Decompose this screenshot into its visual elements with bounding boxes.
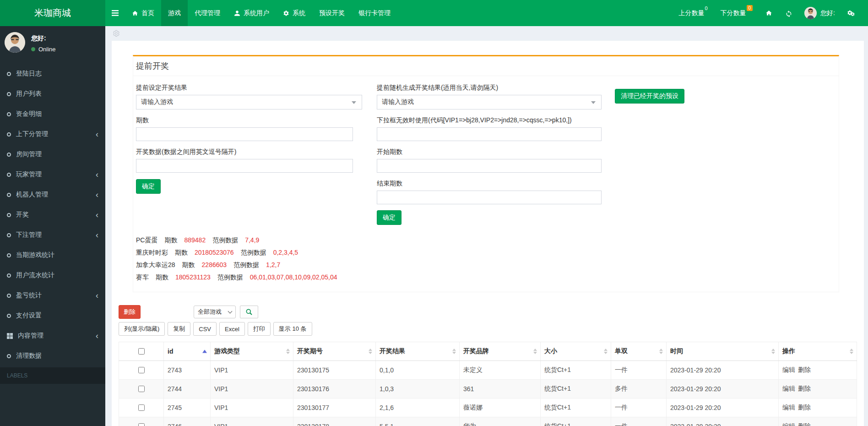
example-sample-value: 06,01,03,07,08,10,09,02,05,04 [250, 271, 337, 284]
edit-link[interactable]: 编辑 [782, 422, 795, 426]
column-header[interactable]: 开奖品牌 [460, 342, 541, 361]
home-shortcut-button[interactable] [759, 0, 779, 26]
nav-item-preset-draw[interactable]: 预设开奖 [312, 0, 352, 26]
sidebar-item-label: 资金明细 [16, 110, 42, 118]
edit-link[interactable]: 编辑 [782, 366, 795, 373]
sidebar-item[interactable]: 开奖 ‹ [0, 205, 105, 225]
nav-item-bank-cards[interactable]: 银行卡管理 [352, 0, 397, 26]
avatar [5, 32, 25, 53]
random-game-select[interactable]: 请输入游戏 [377, 95, 602, 109]
nav-item-agents[interactable]: 代理管理 [188, 0, 227, 26]
nav-menu: 首页 游戏 代理管理 系统用户 系统 预设开奖 银行卡管理 [125, 0, 397, 26]
circle-icon [7, 213, 11, 217]
export-button[interactable]: 列(显示/隐藏) [119, 322, 165, 336]
delete-link[interactable]: 删除 [798, 404, 811, 411]
export-button[interactable]: 显示 10 条 [273, 322, 312, 336]
column-header[interactable]: 大小 [541, 342, 611, 361]
nav-item-games[interactable]: 游戏 [161, 0, 188, 26]
example-issue-value: 20180523076 [195, 246, 234, 259]
draw-data-input[interactable] [136, 159, 353, 173]
export-button[interactable]: 复制 [168, 322, 190, 336]
cell-actions: 编辑删除 [779, 380, 857, 399]
circle-icon [7, 314, 11, 318]
sidebar-item[interactable]: 机器人管理 ‹ [0, 185, 105, 205]
end-issue-input[interactable] [377, 191, 602, 204]
edit-link[interactable]: 编辑 [782, 404, 795, 411]
cell-issue: 230130175 [293, 361, 376, 380]
circle-icon [7, 273, 11, 278]
nav-item-home[interactable]: 首页 [125, 0, 161, 26]
row-checkbox[interactable] [138, 423, 145, 426]
export-button[interactable]: 打印 [248, 322, 271, 336]
start-issue-input[interactable] [377, 159, 602, 173]
delete-link[interactable]: 删除 [798, 422, 811, 426]
nav-item-system-users[interactable]: 系统用户 [227, 0, 276, 26]
sidebar-item[interactable]: 用户列表 [0, 84, 105, 104]
cell-id: 2746 [164, 417, 211, 426]
edit-link[interactable]: 编辑 [782, 385, 795, 392]
chevron-left-icon: ‹ [96, 213, 98, 217]
results-table: id 游戏类型 [119, 342, 857, 426]
sidebar-item[interactable]: 玩家管理 ‹ [0, 164, 105, 185]
row-checkbox[interactable] [138, 386, 145, 392]
row-checkbox[interactable] [138, 367, 145, 373]
sidebar-item-label: 玩家管理 [16, 170, 42, 179]
clear-presets-button[interactable]: 清理已经开奖的预设 [615, 89, 684, 104]
column-header-label: 开奖结果 [380, 347, 405, 355]
example-line: 重庆时时彩 期数 20180523076 范例数据 0,2,3,4,5 [136, 246, 836, 259]
issue-input[interactable] [136, 127, 353, 141]
search-button[interactable] [240, 306, 258, 318]
sidebar-menu: 登陆日志 用户列表 资金明细 [0, 64, 105, 366]
column-header[interactable]: 单双 [611, 342, 667, 361]
sidebar-item[interactable]: 当期游戏统计 [0, 245, 105, 265]
sidebar-item[interactable]: 盈亏统计 ‹ [0, 285, 105, 306]
sidebar-item[interactable]: 内容管理 ‹ [0, 326, 105, 346]
grid-icon [7, 333, 13, 339]
sidebar-item[interactable]: 清理数据 [0, 346, 105, 366]
column-header[interactable]: 时间 [667, 342, 779, 361]
cell-size: 统货Ct+1 [541, 361, 611, 380]
brand-logo[interactable]: 米珈商城 [0, 0, 105, 26]
export-button[interactable]: CSV [193, 322, 217, 336]
column-header[interactable]: 操作 [779, 342, 857, 361]
sidebar-item[interactable]: 房间管理 [0, 144, 105, 164]
delete-link[interactable]: 删除 [798, 385, 811, 392]
export-button[interactable]: Excel [219, 322, 245, 336]
sidebar-item[interactable]: 资金明细 [0, 104, 105, 124]
sidebar-item-label: 清理数据 [16, 352, 42, 360]
sidebar-item[interactable]: 下注管理 ‹ [0, 225, 105, 245]
sidebar-item[interactable]: 登陆日志 [0, 64, 105, 84]
sidebar-item[interactable]: 用户流水统计 [0, 265, 105, 285]
refresh-button[interactable] [779, 0, 799, 26]
column-header[interactable]: 开奖期号 [293, 342, 376, 361]
cell-time: 2023-01-29 20:20 [667, 361, 779, 380]
gear-outline-icon [113, 30, 120, 37]
example-sample-label: 范例数据 [241, 246, 266, 259]
sidebar-item-label: 开奖 [16, 211, 29, 219]
sidebar-item[interactable]: 支付设置 [0, 306, 105, 326]
game-select[interactable]: 请输入游戏 [136, 95, 362, 109]
down-score-button[interactable]: 下分数量 0 [714, 0, 760, 26]
up-score-button[interactable]: 上分数量 0 [672, 0, 714, 26]
confirm-right-button[interactable]: 确定 [377, 210, 401, 225]
nav-item-system[interactable]: 系统 [276, 0, 312, 26]
settings-button[interactable] [841, 0, 862, 26]
game-filter-select[interactable]: 全部游戏 [194, 306, 236, 318]
sort-both-icon [533, 349, 537, 354]
column-header[interactable]: 游戏类型 [211, 342, 293, 361]
column-header[interactable]: 开奖结果 [376, 342, 460, 361]
row-checkbox[interactable] [138, 404, 145, 411]
example-issue-label: 期数 [164, 234, 177, 246]
sidebar-item[interactable]: 上下分管理 ‹ [0, 124, 105, 144]
sidebar-toggle-button[interactable] [105, 0, 125, 26]
confirm-left-button[interactable]: 确定 [136, 179, 161, 194]
column-header[interactable]: id [164, 342, 211, 361]
fallback-code-input[interactable] [377, 127, 602, 141]
cell-issue: 230130177 [293, 399, 376, 417]
sidebar-item-label: 登陆日志 [16, 70, 42, 78]
user-menu-button[interactable]: 您好: [799, 0, 841, 26]
delete-selected-button[interactable]: 删除 [119, 305, 141, 319]
delete-link[interactable]: 删除 [798, 366, 811, 373]
select-all-checkbox[interactable] [138, 348, 145, 355]
nav-item-label: 代理管理 [195, 9, 220, 17]
